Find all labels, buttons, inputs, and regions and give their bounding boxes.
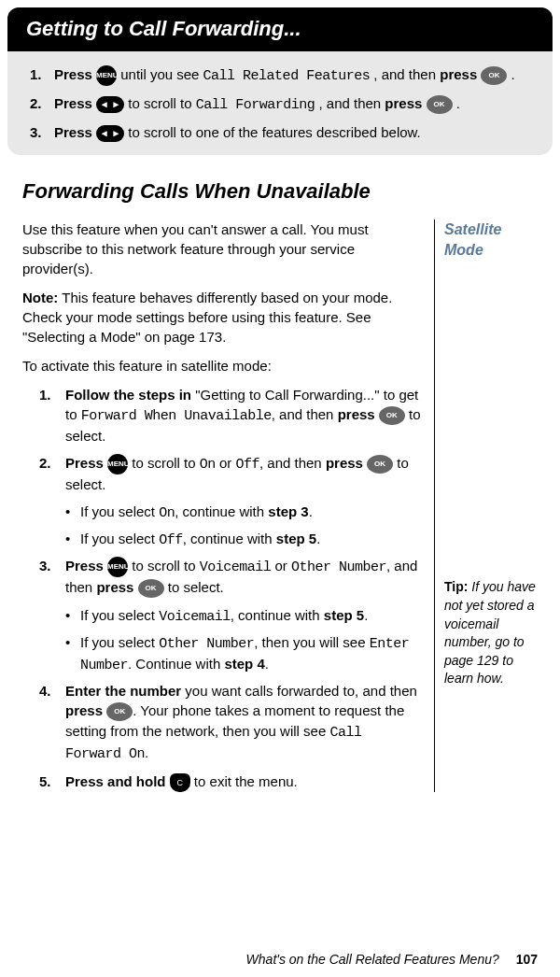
arrow-button-icon: ◄ ►: [96, 96, 124, 113]
nav-step-1: 1. Press MENU until you see Call Related…: [30, 64, 530, 86]
section-title: Forwarding Calls When Unavailable: [22, 177, 538, 206]
step-2-bullet-off: • If you select Off, continue with step …: [22, 529, 423, 550]
tip-paragraph: Tip: If you have not yet stored a voicem…: [444, 578, 538, 688]
footer-title: What's on the Call Related Features Menu…: [246, 952, 499, 967]
lcd-text: Forward When Unavailable: [81, 408, 272, 424]
bold-text: press: [326, 455, 367, 471]
step-3-bullet-other: • If you select Other Number, then you w…: [22, 632, 423, 675]
step-3-bullet-voicemail: • If you select Voicemail, continue with…: [22, 605, 423, 627]
ok-button-icon: OK: [106, 702, 133, 721]
lcd-text: Voicemail: [159, 609, 231, 625]
step-text: Press MENU to scroll to On or Off, and t…: [65, 453, 423, 494]
lcd-text: Other Number: [291, 559, 386, 575]
text: until you see: [120, 66, 203, 82]
note-label: Note:: [22, 290, 58, 305]
step-number: 3.: [30, 122, 54, 142]
text: .: [511, 66, 515, 82]
bullet-text: If you select On, continue with step 3.: [80, 502, 423, 523]
step-number: 2.: [30, 93, 54, 115]
bold-text: Press: [54, 66, 96, 82]
bold-text: step 4: [224, 656, 264, 672]
main-content: Use this feature when you can't answer a…: [0, 219, 560, 792]
step-text: Press ◄ ► to scroll to one of the featur…: [54, 122, 530, 142]
text: .: [309, 503, 313, 519]
lcd-text: On: [200, 457, 216, 473]
text: , and then: [318, 95, 385, 111]
step-text: Press MENU until you see Call Related Fe…: [54, 64, 530, 86]
menu-button-icon: MENU: [96, 65, 117, 86]
lcd-text: Voicemail: [200, 559, 272, 575]
step-number: 1.: [30, 64, 54, 86]
menu-button-icon: MENU: [107, 557, 128, 577]
text: If you select: [80, 503, 159, 519]
text: to exit the menu.: [190, 773, 298, 789]
bold-text: Press: [65, 558, 107, 573]
bullet-text: If you select Off, continue with step 5.: [80, 529, 423, 550]
text: If you select: [80, 607, 159, 623]
step-text: Follow the steps in "Getting to Call For…: [65, 385, 423, 446]
mode-label: Satellite Mode: [444, 219, 538, 262]
note-text: This feature behaves differently based o…: [22, 290, 392, 345]
text: , and then: [272, 406, 338, 422]
page-header: Getting to Call Forwarding...: [7, 7, 553, 51]
note-paragraph: Note: This feature behaves differently b…: [22, 288, 423, 347]
text: , continue with: [183, 531, 276, 546]
step-number: 2.: [39, 453, 65, 494]
step-4: 4. Enter the number you want calls forwa…: [22, 681, 423, 764]
text: you want calls forwarded to, and then: [185, 683, 416, 699]
menu-button-icon: MENU: [107, 454, 128, 474]
text: , and then: [373, 66, 440, 82]
bold-text: Press and hold: [65, 773, 170, 789]
activate-intro: To activate this feature in satellite mo…: [22, 356, 423, 375]
lcd-text: Other Number: [159, 636, 254, 652]
text: to scroll to: [128, 558, 200, 573]
lcd-text: Call Related Features: [203, 68, 371, 84]
step-2: 2. Press MENU to scroll to On or Off, an…: [22, 453, 423, 494]
bold-text: press: [65, 702, 106, 718]
bullet-text: If you select Other Number, then you wil…: [80, 632, 423, 675]
bold-text: press: [338, 406, 379, 422]
ok-button-icon: OK: [367, 455, 393, 474]
text: to scroll to one of the features describ…: [128, 124, 421, 140]
bold-text: step 5: [324, 607, 364, 623]
text: .: [364, 607, 368, 623]
bullet-icon: •: [65, 605, 80, 627]
step-3: 3. Press MENU to scroll to Voicemail or …: [22, 556, 423, 598]
bold-text: Press: [54, 124, 96, 140]
text: , then you will see: [254, 634, 369, 650]
text: , and then: [259, 455, 326, 471]
intro-paragraph: Use this feature when you can't answer a…: [22, 219, 423, 278]
tip-label: Tip:: [444, 579, 468, 594]
ok-button-icon: OK: [138, 579, 164, 598]
text: If you select: [80, 531, 159, 546]
step-1: 1. Follow the steps in "Getting to Call …: [22, 385, 423, 446]
tip-body: If you have not yet stored a voicemail n…: [444, 579, 536, 686]
bold-text: step 3: [268, 503, 308, 519]
step-number: 3.: [39, 556, 65, 598]
step-number: 1.: [39, 385, 65, 446]
text: or: [216, 455, 236, 471]
lcd-text: On: [159, 505, 175, 521]
nav-step-2: 2. Press ◄ ► to scroll to Call Forwardin…: [30, 93, 530, 115]
step-2-bullet-on: • If you select On, continue with step 3…: [22, 502, 423, 523]
step-text: Press ◄ ► to scroll to Call Forwarding ,…: [54, 93, 530, 115]
text: to scroll to: [128, 455, 200, 471]
text: . Continue with: [128, 656, 224, 672]
ok-button-icon: OK: [481, 66, 507, 85]
bold-text: Press: [54, 95, 96, 111]
bold-text: press: [440, 66, 481, 82]
text: .: [316, 531, 320, 546]
page-number: 107: [516, 952, 538, 967]
lcd-text: Off: [159, 532, 183, 548]
c-button-icon: C: [170, 773, 190, 792]
bold-text: Follow the steps in: [65, 387, 195, 403]
bold-text: Enter the number: [65, 683, 185, 699]
step-number: 4.: [39, 681, 65, 764]
page-footer: What's on the Call Related Features Menu…: [246, 951, 538, 970]
bold-text: press: [96, 579, 137, 595]
step-text: Press and hold C to exit the menu.: [65, 772, 423, 792]
left-column: Use this feature when you can't answer a…: [22, 219, 435, 792]
text: If you select: [80, 634, 159, 650]
bold-text: step 5: [276, 531, 316, 546]
ok-button-icon: OK: [427, 95, 453, 114]
